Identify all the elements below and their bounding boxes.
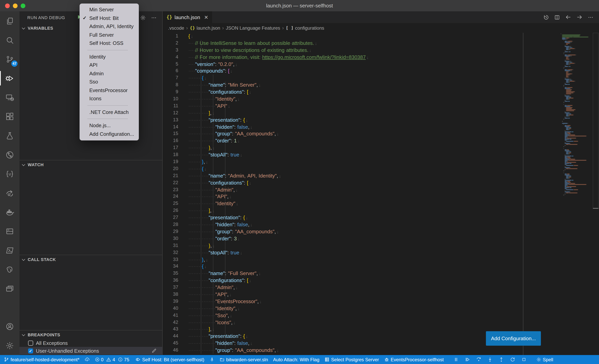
code-line-40[interactable]: 40················"Identity",↓ — [163, 305, 599, 312]
status-publish-changes[interactable] — [85, 357, 90, 362]
code-line-21[interactable]: 21············"name":·"Admin,·API,·Ident… — [163, 172, 599, 179]
code-line-18[interactable]: 18············"stopAll":·true↓ — [163, 151, 599, 158]
code-line-3[interactable]: 3····//·Hover·to·view·descriptions·of·ex… — [163, 47, 599, 54]
checkbox[interactable] — [28, 340, 33, 346]
activity-bar-settings[interactable] — [0, 336, 19, 355]
menu-item-admin[interactable]: Admin — [79, 69, 139, 78]
status-debug-continue[interactable] — [465, 357, 470, 362]
status-git-branch[interactable]: feature/self-hosted-development* — [4, 357, 79, 362]
menu-item-self-host-oss[interactable]: Self Host: OSS — [79, 39, 139, 47]
more-actions-icon[interactable] — [588, 14, 594, 20]
status-debug-session[interactable]: EventsProcessor-selfhost — [384, 357, 444, 362]
minimap[interactable] — [560, 33, 593, 355]
activity-bar-postgresql[interactable] — [0, 260, 19, 279]
code-line-16[interactable]: 16················"order":·1↓ — [163, 138, 599, 144]
breadcrumb-item[interactable]: {}launch.json — [190, 25, 220, 31]
timeline-history-icon[interactable] — [543, 14, 549, 20]
split-editor-icon[interactable] — [554, 14, 560, 20]
code-line-6[interactable]: 6····"compounds":·[↓ — [163, 68, 599, 75]
scrollbar[interactable] — [593, 33, 599, 209]
tab-launch-json[interactable]: {} launch.json ✕ — [163, 11, 212, 23]
status-debug-pause[interactable] — [454, 357, 458, 362]
code-line-22[interactable]: 22············"configurations":·[↓ — [163, 179, 599, 186]
code-line-29[interactable]: 29················"group":·"AA_compounds… — [163, 228, 599, 235]
navigate-forward-icon[interactable] — [576, 14, 583, 20]
activity-bar-window-panels[interactable] — [0, 279, 19, 298]
code-line-27[interactable]: 27············"presentation":·{↓ — [163, 214, 599, 221]
status-spell-checker[interactable]: Spell — [536, 357, 553, 362]
activity-bar-source-control[interactable]: 47 — [0, 50, 19, 69]
code-line-35[interactable]: 35············"name":·"Full·Server",↓ — [163, 270, 599, 277]
code-line-39[interactable]: 39················"EventsProcessor",↓ — [163, 298, 599, 305]
code-line-23[interactable]: 23················"Admin",↓ — [163, 186, 599, 193]
code-line-42[interactable]: 42················"Icons",↓ — [163, 319, 599, 326]
menu-item-node-js[interactable]: Node.js... — [79, 121, 139, 130]
menu-item-min-server[interactable]: Min Server — [79, 5, 139, 14]
call-stack-section-header[interactable]: CALL STACK — [19, 255, 162, 264]
status-debug-step-over[interactable] — [476, 357, 481, 362]
code-line-28[interactable]: 28················"hidden":·false,↓ — [163, 221, 599, 228]
activity-bar-gitlens[interactable] — [0, 145, 19, 164]
status-problems[interactable]: 0475 — [95, 357, 131, 362]
code-line-1[interactable]: 1{↓ — [163, 33, 599, 40]
menu-item-sso[interactable]: Sso — [79, 78, 139, 86]
activity-bar-live-share[interactable] — [0, 183, 19, 203]
breadcrumb-item[interactable]: [ ]configurations — [286, 25, 324, 31]
code-line-30[interactable]: 30················"order":·3↓ — [163, 235, 599, 242]
breakpoint-all-exceptions[interactable]: All Exceptions — [19, 339, 162, 347]
code-line-34[interactable]: 34········{↓ — [163, 263, 599, 270]
activity-bar-powershell[interactable] — [0, 241, 19, 260]
add-configuration-button[interactable]: Add Configuration... — [486, 331, 541, 346]
activity-bar-accounts[interactable] — [0, 317, 19, 336]
menu-item-admin-api-identity[interactable]: Admin, API, Identity — [79, 22, 139, 31]
status-debug-configuration[interactable]: Self Host: Bit (server-selfhost) — [135, 357, 204, 362]
code-editor[interactable]: 1{↓2····//·Use·IntelliSense·to·learn·abo… — [163, 33, 599, 355]
activity-bar-extensions[interactable] — [0, 107, 19, 126]
menu-item-full-server[interactable]: Full Server — [79, 31, 139, 39]
activity-bar-copilot[interactable] — [0, 164, 19, 183]
code-line-4[interactable]: 4····//·For·more·information,·visit:·htt… — [163, 54, 599, 61]
status-debug-step-into[interactable] — [487, 357, 493, 362]
code-line-17[interactable]: 17············},↓ — [163, 144, 599, 151]
code-line-12[interactable]: 12············],↓ — [163, 110, 599, 117]
status-solution-picker[interactable]: bitwarden-server.sln — [220, 357, 268, 362]
code-line-26[interactable]: 26············],↓ — [163, 207, 599, 214]
menu-item-self-host-bit[interactable]: ✓Self Host: Bit — [79, 14, 139, 22]
status-postgres-server-picker[interactable]: Select Postgres Server — [325, 357, 379, 362]
code-line-38[interactable]: 38················"API",↓ — [163, 291, 599, 298]
code-line-36[interactable]: 36············"configurations":·[↓ — [163, 277, 599, 284]
breakpoints-section-header[interactable]: BREAKPOINTS — [19, 330, 162, 339]
status-flame-indicator[interactable] — [209, 357, 214, 362]
activity-bar-storage[interactable] — [0, 222, 19, 241]
code-line-33[interactable]: 33········},↓ — [163, 256, 599, 263]
code-line-14[interactable]: 14················"hidden":·false,↓ — [163, 124, 599, 131]
code-line-9[interactable]: 9············"configurations":·[↓ — [163, 89, 599, 96]
code-line-15[interactable]: 15················"group":·"AA_compounds… — [163, 131, 599, 138]
code-line-5[interactable]: 5····"version":·"0.2.0",↓ — [163, 61, 599, 68]
code-line-20[interactable]: 20········{↓ — [163, 165, 599, 172]
menu-item-icons[interactable]: Icons — [79, 94, 139, 103]
breadcrumb-item[interactable]: .vscode — [168, 25, 184, 31]
code-line-31[interactable]: 31············},↓ — [163, 242, 599, 249]
debug-settings-gear-icon[interactable] — [140, 15, 146, 20]
activity-bar-remote-explorer[interactable] — [0, 88, 19, 107]
code-line-7[interactable]: 7········{↓ — [163, 75, 599, 82]
code-line-46[interactable]: 46················"group":·"AA_compounds… — [163, 347, 599, 354]
code-line-13[interactable]: 13············"presentation":·{↓ — [163, 116, 599, 124]
code-line-25[interactable]: 25················"Identity"↓ — [163, 200, 599, 207]
menu-item-api[interactable]: API — [79, 61, 139, 69]
close-tab-icon[interactable]: ✕ — [204, 14, 208, 20]
menu-item-identity[interactable]: Identity — [79, 53, 139, 61]
status-auto-attach[interactable]: Auto Attach: With Flag — [273, 357, 319, 362]
code-line-11[interactable]: 11················"API"↓ — [163, 103, 599, 110]
watch-section-header[interactable]: WATCH — [19, 160, 162, 169]
status-debug-stop[interactable] — [521, 357, 527, 362]
code-line-2[interactable]: 2····//·Use·IntelliSense·to·learn·about·… — [163, 40, 599, 47]
activity-bar-search[interactable] — [0, 30, 19, 50]
code-line-41[interactable]: 41················"Sso",↓ — [163, 312, 599, 319]
activity-bar-explorer[interactable] — [0, 11, 19, 30]
checkbox[interactable]: ✓ — [28, 348, 33, 353]
edit-pencil-icon[interactable] — [151, 348, 157, 354]
code-line-8[interactable]: 8············"name":·"Min·Server",↓ — [163, 81, 599, 89]
status-debug-restart[interactable] — [510, 357, 515, 362]
